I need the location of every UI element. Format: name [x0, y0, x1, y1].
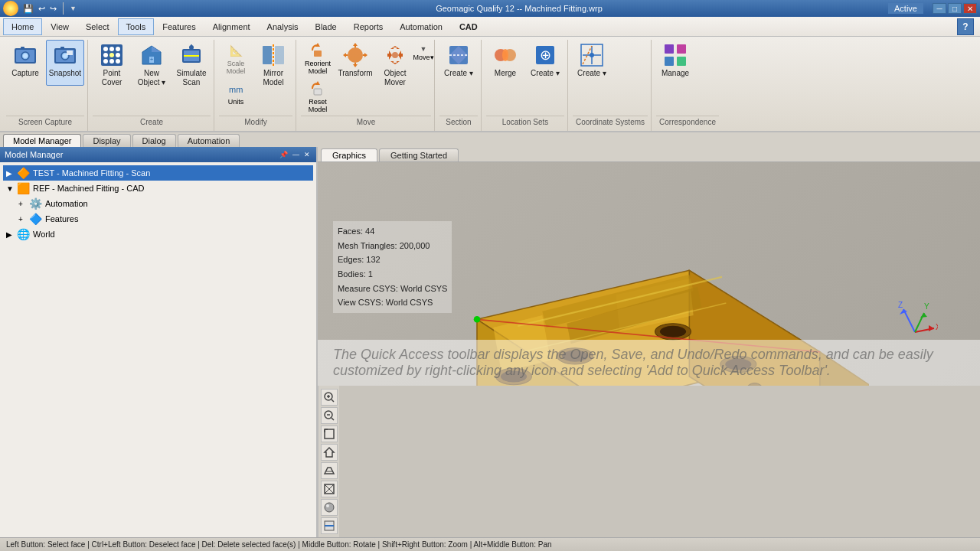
manage-button[interactable]: Manage: [656, 40, 694, 86]
ribbon-group-correspondence: Manage Correspondence: [653, 40, 722, 131]
svg-point-14: [116, 47, 120, 51]
units-label: Units: [228, 98, 244, 106]
svg-point-12: [103, 47, 108, 51]
header-close[interactable]: ✕: [302, 151, 312, 158]
tree-item-scan[interactable]: ▶ 🔶 TEST - Machined Fitting - Scan: [3, 165, 313, 181]
rt-perspective[interactable]: [321, 462, 338, 479]
edges-info: Edges: 132: [338, 253, 447, 267]
units-icon: mm: [227, 80, 244, 97]
tab-model-manager[interactable]: Model Manager: [3, 134, 81, 147]
rt-view-home[interactable]: [321, 444, 338, 461]
svg-rect-10: [67, 51, 73, 55]
header-minimize[interactable]: —: [291, 151, 301, 158]
create-group-label: Create: [93, 116, 211, 128]
menu-home[interactable]: Home: [3, 18, 42, 35]
tab-getting-started[interactable]: Getting Started: [379, 148, 459, 161]
move-dropdown-button[interactable]: ▼ Move▾: [416, 43, 431, 64]
menu-features[interactable]: Features: [154, 18, 204, 35]
panel-tabs: Model Manager Display Dialog Automation: [0, 132, 980, 147]
svg-point-38: [348, 47, 363, 63]
point-cover-button[interactable]: Point Cover: [93, 40, 131, 90]
minimize-button[interactable]: ─: [933, 3, 946, 14]
getting-started-overlay: The Quick Access toolbar displays the Op…: [318, 340, 980, 386]
tab-automation[interactable]: Automation: [178, 134, 240, 147]
menu-alignment[interactable]: Alignment: [204, 18, 259, 35]
capture-button[interactable]: Capture: [6, 40, 44, 86]
menubar: Home View Select Tools Features Alignmen…: [0, 17, 980, 37]
object-mover-button[interactable]: Object Mover: [376, 40, 414, 90]
view-csys-info: View CSYS: World CSYS: [338, 295, 447, 310]
rt-section[interactable]: [321, 517, 338, 534]
help-button[interactable]: ?: [957, 18, 974, 35]
qa-dropdown[interactable]: ▼: [70, 5, 77, 12]
ribbon-group-location-sets: Merge ⊕ Create ▾ Location Sets: [483, 40, 568, 131]
tree-toggle-scan[interactable]: ▶: [6, 169, 14, 178]
menu-automation[interactable]: Automation: [391, 18, 451, 35]
manage-label: Manage: [662, 69, 689, 78]
rt-zoom-in[interactable]: [321, 389, 338, 406]
qa-redo[interactable]: ↪: [50, 4, 57, 14]
svg-point-15: [103, 53, 108, 57]
tab-dialog[interactable]: Dialog: [132, 134, 176, 147]
menu-view[interactable]: View: [42, 18, 77, 35]
qa-undo[interactable]: ↩: [38, 4, 45, 14]
menu-cad[interactable]: CAD: [451, 18, 486, 35]
section-create-button[interactable]: Create ▾: [439, 40, 478, 86]
snapshot-button[interactable]: Snapshot: [46, 40, 84, 86]
menu-analysis[interactable]: Analysis: [259, 18, 307, 35]
menu-blade[interactable]: Blade: [307, 18, 345, 35]
header-pin[interactable]: 📌: [278, 151, 289, 158]
mirror-model-button[interactable]: Mirror Model: [254, 40, 292, 90]
rt-wireframe[interactable]: [321, 481, 338, 497]
tree-toggle-features[interactable]: +: [18, 215, 26, 223]
qa-save[interactable]: 💾: [23, 4, 34, 14]
menu-tools[interactable]: Tools: [118, 18, 155, 35]
maximize-button[interactable]: □: [948, 3, 962, 14]
viewport[interactable]: Plane 1 Faces: 44 Mesh Triangles: 200,00…: [318, 162, 980, 386]
svg-point-59: [590, 53, 594, 57]
reset-button[interactable]: Reset Model: [301, 78, 335, 116]
model-manager-title: Model Manager: [5, 150, 63, 159]
tree-toggle-world[interactable]: ▶: [6, 230, 14, 239]
point-cover-icon: [100, 43, 124, 67]
location-sets-label: Location Sets: [486, 116, 564, 128]
scan-label: TEST - Machined Fitting - Scan: [33, 168, 150, 178]
tab-display[interactable]: Display: [83, 134, 130, 147]
merge-button[interactable]: Merge: [486, 40, 524, 86]
tree-toggle-automation[interactable]: +: [18, 200, 26, 208]
simulate-scan-button[interactable]: Simulate Scan: [172, 40, 211, 90]
menu-select[interactable]: Select: [77, 18, 118, 35]
tab-graphics[interactable]: Graphics: [321, 148, 377, 161]
scale-model-button[interactable]: 📐 Scale Model: [219, 40, 253, 77]
svg-rect-31: [263, 46, 272, 64]
svg-text:X: X: [936, 323, 938, 331]
svg-rect-60: [665, 44, 674, 54]
cad-icon: 🟧: [17, 182, 30, 194]
svg-point-20: [116, 59, 120, 64]
location-create-icon: ⊕: [533, 43, 557, 67]
tree-item-world[interactable]: ▶ 🌐 World: [3, 227, 313, 242]
tree-toggle-cad[interactable]: ▼: [6, 184, 14, 193]
close-button[interactable]: ✕: [963, 3, 977, 14]
svg-text:⊕: ⊕: [540, 47, 551, 63]
units-button[interactable]: mm Units: [219, 78, 253, 108]
svg-marker-40: [353, 43, 358, 46]
menu-reports[interactable]: Reports: [345, 18, 392, 35]
svg-marker-44: [343, 53, 346, 57]
coord-create-button[interactable]: Create ▾: [573, 40, 611, 86]
screen-capture-label: Screen Capture: [6, 116, 84, 128]
svg-rect-37: [314, 89, 322, 95]
rt-fit[interactable]: [321, 425, 338, 442]
rt-shading[interactable]: [321, 499, 338, 516]
reorient-button[interactable]: Reorient Model: [301, 40, 335, 77]
active-badge: Active: [888, 3, 923, 14]
tree-item-features[interactable]: + 🔷 Features: [15, 211, 313, 227]
transform-button[interactable]: Transform: [336, 40, 374, 86]
tree-item-automation[interactable]: + ⚙️ Automation: [15, 196, 313, 211]
location-create-button[interactable]: ⊕ Create ▾: [526, 40, 564, 86]
rt-zoom-out[interactable]: [321, 407, 338, 424]
svg-text:mm: mm: [229, 85, 243, 94]
new-object-button[interactable]: + New Object ▾: [132, 40, 171, 90]
tree-item-cad[interactable]: ▼ 🟧 REF - Machined Fitting - CAD: [3, 181, 313, 196]
svg-point-19: [109, 59, 114, 64]
